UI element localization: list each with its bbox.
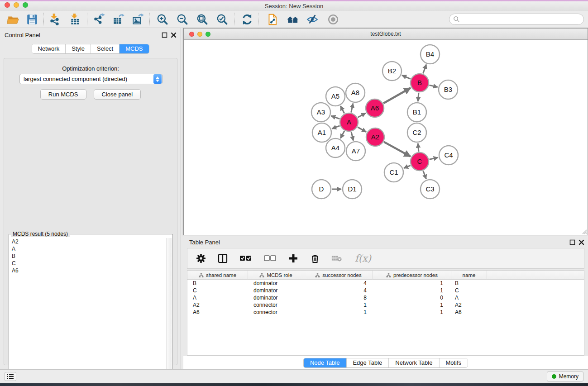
mcds-result-item[interactable]: A <box>12 245 167 253</box>
run-mcds-button[interactable]: Run MCDS <box>40 89 86 100</box>
graph-node-C2[interactable]: C2 <box>407 123 426 142</box>
tab-style[interactable]: Style <box>66 44 91 53</box>
network-document-button[interactable] <box>266 13 280 26</box>
add-column-button[interactable] <box>288 253 299 264</box>
tab-network[interactable]: Network <box>32 44 66 53</box>
task-history-button[interactable] <box>5 372 16 381</box>
apply-function-button[interactable]: f(x) <box>353 253 373 264</box>
graph-edge-A-A5[interactable] <box>340 106 344 113</box>
graph-edge-C-C3[interactable] <box>423 171 426 179</box>
export-table-button[interactable] <box>112 13 125 26</box>
close-panel-button[interactable]: Close panel <box>94 89 141 100</box>
graph-node-C1[interactable]: C1 <box>384 163 403 182</box>
mcds-result-item[interactable]: A6 <box>12 267 167 274</box>
close-panel-icon[interactable] <box>578 239 584 245</box>
tab-node-table[interactable]: Node Table <box>304 358 347 367</box>
graph-node-A6[interactable]: A6 <box>366 99 384 117</box>
minimize-traffic-light[interactable] <box>14 2 19 8</box>
zoom-traffic-light[interactable] <box>206 32 210 37</box>
graph-edge-A-A6[interactable] <box>358 113 365 118</box>
zoom-out-button[interactable] <box>176 13 190 26</box>
graph-edge-C-C2[interactable] <box>418 143 419 152</box>
graph-node-A4[interactable]: A4 <box>326 138 345 157</box>
inactive-eye-button[interactable] <box>327 13 340 26</box>
graph-edge-B-B4[interactable] <box>423 65 426 74</box>
network-window-titlebar[interactable]: testGlobe.txt <box>184 29 588 40</box>
graph-node-B1[interactable]: B1 <box>407 103 426 122</box>
graph-edge-A-A3[interactable] <box>331 116 340 119</box>
graph-node-B[interactable]: B <box>411 74 429 92</box>
column-header-MCDS-role[interactable]: MCDS role <box>248 271 304 280</box>
graph-node-A5[interactable]: A5 <box>326 87 345 106</box>
tab-mcds[interactable]: MCDS <box>120 44 148 53</box>
close-traffic-light[interactable] <box>5 2 10 8</box>
close-panel-icon[interactable] <box>171 32 177 38</box>
graph-node-A1[interactable]: A1 <box>312 123 331 142</box>
mcds-result-item[interactable]: A2 <box>12 238 167 245</box>
result-scrollbar[interactable] <box>166 238 172 386</box>
float-panel-icon[interactable] <box>569 239 575 245</box>
float-panel-icon[interactable] <box>162 32 167 38</box>
hide-show-panels-button[interactable] <box>306 13 320 26</box>
graph-node-B3[interactable]: B3 <box>439 80 458 99</box>
redraw-graph-button[interactable] <box>241 13 254 26</box>
graph-edge-B-B2[interactable] <box>402 75 411 79</box>
graph-node-A3[interactable]: A3 <box>311 103 330 122</box>
graph-node-A2[interactable]: A2 <box>366 128 384 146</box>
column-header-name[interactable]: name <box>451 271 487 280</box>
export-network-button[interactable] <box>93 13 106 26</box>
graph-node-B2[interactable]: B2 <box>382 62 402 81</box>
mcds-result-list[interactable]: A2ABCA6 <box>10 238 167 386</box>
graph-node-D1[interactable]: D1 <box>343 180 362 199</box>
graph-node-B4[interactable]: B4 <box>421 45 440 64</box>
save-session-button[interactable] <box>26 13 39 26</box>
graph-node-C[interactable]: C <box>411 152 429 171</box>
toggle-column-view-button[interactable] <box>217 253 228 264</box>
table-settings-button[interactable] <box>196 253 206 264</box>
graph-node-A[interactable]: A <box>340 113 358 131</box>
graph-node-A7[interactable]: A7 <box>346 142 365 161</box>
zoom-in-button[interactable] <box>156 13 170 26</box>
tab-motifs[interactable]: Motifs <box>439 358 468 367</box>
table-row[interactable]: Bdominator41B <box>187 280 584 287</box>
graph-edge-C-C4[interactable] <box>429 157 438 159</box>
minimize-traffic-light[interactable] <box>197 32 202 37</box>
column-header-predecessor-nodes[interactable]: predecessor nodes <box>373 271 451 280</box>
mcds-result-item[interactable]: B <box>12 253 167 260</box>
column-header-successor-nodes[interactable]: successor nodes <box>304 271 373 280</box>
select-all-rows-button[interactable] <box>239 253 253 264</box>
graph-edge-B-B3[interactable] <box>429 85 437 87</box>
tab-select[interactable]: Select <box>91 44 120 53</box>
table-row[interactable]: Cdominator41C <box>187 287 584 294</box>
delete-column-button[interactable] <box>310 253 320 264</box>
graph-node-C4[interactable]: C4 <box>439 146 458 165</box>
zoom-traffic-light[interactable] <box>23 2 28 8</box>
memory-button[interactable]: Memory <box>547 372 583 381</box>
deselect-all-rows-button[interactable] <box>263 253 277 264</box>
network-canvas[interactable]: AA1A2A3A4A5A6A7A8BB1B2B3B4CC1C2C3C4DD1 <box>184 40 588 235</box>
graph-edge-C-C1[interactable] <box>404 166 411 168</box>
search-input[interactable] <box>449 14 584 25</box>
graph-edge-A6-B[interactable] <box>383 88 411 103</box>
graph-edge-B-B1[interactable] <box>418 93 419 101</box>
column-header-shared-name[interactable]: shared name <box>187 271 248 280</box>
table-row[interactable]: A6connector11A6 <box>187 309 584 316</box>
zoom-selected-button[interactable] <box>216 13 229 26</box>
open-session-button[interactable] <box>7 13 20 26</box>
graph-edge-A-A2[interactable] <box>358 127 366 132</box>
import-table-button[interactable] <box>69 13 82 26</box>
tab-edge-table[interactable]: Edge Table <box>346 358 389 367</box>
delete-table-button[interactable] <box>331 253 342 264</box>
table-row[interactable]: Adominator80A <box>187 294 584 301</box>
graph-node-C3[interactable]: C3 <box>421 180 440 199</box>
graph-edge-A-A4[interactable] <box>340 131 344 138</box>
graph-edge-A-A8[interactable] <box>351 103 353 112</box>
graph-node-D[interactable]: D <box>312 180 331 199</box>
table-row[interactable]: A2connector11A2 <box>187 301 584 309</box>
graph-edge-A-A7[interactable] <box>351 132 354 140</box>
tab-network-table[interactable]: Network Table <box>389 358 439 367</box>
import-network-button[interactable] <box>48 13 62 26</box>
home-views-button[interactable] <box>286 13 300 26</box>
close-traffic-light[interactable] <box>189 32 194 37</box>
resize-grip-icon[interactable] <box>581 228 587 234</box>
